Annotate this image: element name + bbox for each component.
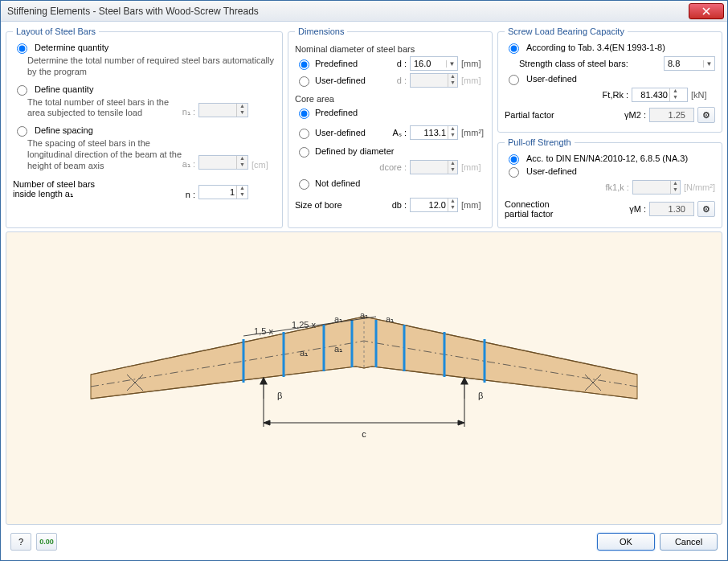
select-d[interactable]: 16.0 ▼ [410, 56, 458, 71]
label-num-bars-1: Number of steel bars [13, 179, 186, 189]
radio-d-predefined[interactable] [299, 59, 309, 70]
unit-dcore: [mm] [461, 162, 485, 172]
close-button[interactable] [689, 3, 724, 19]
input-db[interactable]: ▲▼ [410, 198, 458, 212]
desc-define-quantity: The total number of steel bars in the ar… [27, 97, 182, 120]
radio-define-spacing[interactable] [17, 126, 27, 137]
label-core-userdef: User-defined [315, 128, 366, 137]
label-core-notdef: Not defined [315, 178, 360, 188]
input-gamma-m [649, 202, 694, 216]
radio-pulloff-userdef[interactable] [509, 167, 519, 178]
label-num-bars-2: inside length a₁ [13, 189, 186, 199]
group-dimensions: Dimensions Nominal diameter of steel bar… [288, 27, 493, 228]
opt-pulloff-userdef[interactable]: User-defined [505, 166, 715, 178]
select-strength-class[interactable]: 8.8 ▼ [664, 56, 715, 71]
radio-core-by-diameter[interactable] [299, 147, 309, 158]
opt-screw-tab34[interactable]: According to Tab. 3.4(EN 1993-1-8) [505, 43, 715, 54]
opt-define-spacing[interactable]: Define spacing [13, 125, 276, 137]
label-d-userdef: User-defined [315, 76, 366, 85]
footer: ? 0.00 OK Cancel [6, 528, 722, 555]
group-pulloff: Pull-off Strength Acc. to DIN EN/NA:2010… [497, 137, 722, 228]
group-screw-capacity: Screw Load Bearing Capacity According to… [497, 27, 722, 133]
label-pulloff-din: Acc. to DIN EN/NA:2010-12, 6.8.5 (NA.3) [526, 154, 688, 163]
label-define-quantity: Define quantity [35, 84, 93, 94]
chevron-down-icon: ▼ [446, 60, 457, 68]
input-ftrk[interactable]: ▲▼ [632, 88, 688, 102]
svg-marker-18 [260, 378, 267, 384]
svg-marker-27 [458, 420, 464, 425]
opt-determine-quantity[interactable]: Determine quantity [13, 43, 276, 54]
spin-down-icon: ▼ [237, 162, 247, 169]
param-n-label: n : [186, 190, 195, 199]
unit-d-2: [mm] [461, 76, 485, 85]
chevron-down-icon: ▼ [703, 60, 714, 68]
label-pulloff-userdef: User-defined [526, 166, 577, 176]
unit-db: [mm] [461, 200, 485, 210]
input-n1: ▲▼ [198, 103, 248, 117]
label-screw-userdef: User-defined [526, 74, 577, 84]
window-title: Stiffening Elements - Steel Bars with Wo… [7, 6, 689, 17]
desc-determine-quantity: Determine the total number of required s… [27, 55, 276, 78]
gear-icon: ⚙ [702, 204, 710, 215]
cancel-button[interactable]: Cancel [660, 533, 718, 551]
svg-text:a₁: a₁ [386, 314, 394, 324]
opt-screw-userdef[interactable]: User-defined [505, 74, 715, 85]
radio-screw-tab34[interactable] [509, 43, 519, 54]
label-d-predefined: Predefined [315, 59, 358, 68]
unit-fk1: [N/mm²] [684, 182, 715, 192]
legend-layout: Layout of Steel Bars [13, 27, 99, 36]
unit-a1: [cm] [252, 160, 276, 170]
units-button[interactable]: 0.00 [36, 533, 57, 551]
svg-marker-20 [461, 378, 468, 384]
input-d-userdef: ▲▼ [410, 73, 458, 88]
label-core-predefined: Predefined [315, 108, 358, 117]
help-icon: ? [18, 537, 23, 547]
opt-pulloff-din[interactable]: Acc. to DIN EN/NA:2010-12, 6.8.5 (NA.3) [505, 154, 715, 165]
svg-text:a₁: a₁ [300, 348, 308, 358]
label-core-by-diameter: Defined by diameter [315, 146, 394, 156]
help-button[interactable]: ? [10, 533, 31, 551]
label-define-spacing: Define spacing [35, 125, 93, 135]
unit-ftrk: [kN] [691, 90, 715, 100]
opt-define-quantity[interactable]: Define quantity [13, 84, 276, 96]
legend-dimensions: Dimensions [295, 27, 347, 36]
param-fk1-label: fk1,k : [606, 182, 629, 192]
param-dcore-label: dcore : [379, 162, 407, 172]
input-n[interactable]: ▲▼ [198, 185, 248, 199]
decimal-icon: 0.00 [39, 538, 54, 546]
param-a1-label: a₁ : [182, 159, 195, 170]
radio-core-userdef[interactable] [299, 129, 309, 139]
param-ftrk-label: Ft,Rk : [603, 90, 628, 100]
svg-text:c: c [362, 429, 366, 439]
radio-pulloff-din[interactable] [509, 154, 519, 165]
radio-screw-userdef[interactable] [509, 75, 519, 85]
input-dcore: ▲▼ [410, 160, 458, 174]
diagram-panel: 1,5 x 1,25 x a₁ a₁ a₁ a₁ a₁ [6, 231, 722, 525]
group-layout: Layout of Steel Bars Determine quantity … [6, 27, 283, 228]
param-d-label: d : [397, 59, 407, 68]
radio-define-quantity[interactable] [17, 85, 27, 96]
radio-d-userdef[interactable] [299, 76, 309, 87]
input-gamma-m2 [649, 108, 694, 122]
radio-determine-quantity[interactable] [17, 43, 27, 54]
spin-down-icon: ▼ [237, 110, 247, 117]
svg-text:β: β [478, 391, 483, 400]
settings-button-pulloff[interactable]: ⚙ [697, 201, 715, 217]
param-d-label-2: d : [397, 76, 407, 85]
content-area: Layout of Steel Bars Determine quantity … [1, 22, 727, 560]
svg-marker-26 [264, 420, 270, 425]
beam-diagram: 1,5 x 1,25 x a₁ a₁ a₁ a₁ a₁ [59, 278, 669, 479]
param-gamma-m-label: γM : [629, 204, 646, 214]
radio-core-predefined[interactable] [299, 109, 309, 119]
titlebar: Stiffening Elements - Steel Bars with Wo… [1, 1, 727, 22]
spin-down-icon[interactable]: ▼ [237, 192, 247, 199]
input-as[interactable]: ▲▼ [410, 125, 458, 140]
ok-button[interactable]: OK [597, 533, 655, 551]
unit-d: [mm] [461, 59, 485, 68]
right-column: Screw Load Bearing Capacity According to… [497, 27, 722, 228]
radio-core-notdef[interactable] [299, 179, 309, 190]
label-core-area: Core area [295, 94, 485, 104]
label-partial-factor: Partial factor [505, 110, 621, 120]
settings-button-screw[interactable]: ⚙ [697, 107, 715, 123]
param-n1-label: n₁ : [182, 107, 195, 117]
